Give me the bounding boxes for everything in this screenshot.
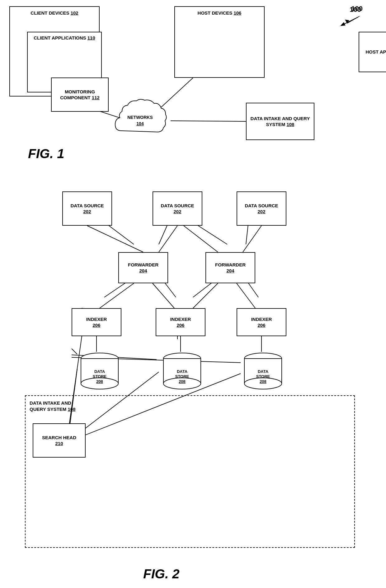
fig2-system-label: DATA INTAKE AND QUERY SYSTEM 108 [30, 400, 86, 412]
client-apps-box: CLIENT APPLICATIONS 110 MONITORING COMPO… [27, 32, 102, 92]
svg-text:DATA: DATA [258, 369, 269, 374]
svg-line-23 [159, 226, 177, 252]
fig1-label: FIG. 1 [28, 146, 64, 161]
networks-cloud: NETWORKS 104 [109, 96, 171, 143]
svg-line-25 [243, 226, 261, 252]
fig2-label: FIG. 2 [143, 567, 180, 581]
fig2-datasource-1: DATA SOURCE202 [62, 191, 112, 226]
host-devices-label: HOST DEVICES 106 [198, 10, 242, 16]
fig2-forwarder-2: FORWARDER204 [205, 252, 255, 283]
fig2-forwarder-1: FORWARDER204 [118, 252, 168, 283]
host-devices-box: HOST DEVICES 106 HOST APPLICATIONS 114 [174, 6, 265, 78]
svg-text:NETWORKS: NETWORKS [127, 115, 153, 120]
svg-text:DATA: DATA [177, 369, 188, 374]
fig2-datastore-1: DATA STORE 208 [76, 352, 123, 397]
fig2-datastore-2: DATA STORE 208 [159, 352, 205, 397]
fig2-datasource-3: DATA SOURCE202 [237, 191, 286, 226]
client-devices-label: CLIENT DEVICES 102 [31, 10, 78, 16]
host-apps-label: HOST APPLICATIONS 114 [365, 49, 386, 55]
client-devices-box: CLIENT DEVICES 102 CLIENT APPLICATIONS 1… [9, 6, 100, 96]
fig2-indexer-2: INDEXER206 [156, 308, 205, 336]
svg-line-27 [153, 283, 174, 308]
svg-line-22 [87, 226, 143, 252]
svg-text:104: 104 [136, 121, 144, 126]
svg-line-61 [347, 16, 360, 23]
fig1-data-intake-box: DATA INTAKE AND QUERY SYSTEM 108 [246, 103, 314, 140]
fig2-search-head: SEARCH HEAD210 [33, 423, 86, 458]
svg-text:STORE: STORE [93, 374, 107, 379]
fig2-indexer-3: INDEXER206 [237, 308, 286, 336]
svg-line-2 [171, 121, 246, 121]
host-apps-box: HOST APPLICATIONS 114 [359, 32, 386, 72]
svg-text:208: 208 [260, 379, 266, 384]
fig2-datastore-3: DATA STORE 208 [240, 352, 286, 397]
svg-text:DATA: DATA [94, 369, 105, 374]
svg-text:208: 208 [179, 379, 186, 384]
svg-line-24 [184, 226, 218, 252]
svg-line-26 [100, 283, 134, 308]
fig2-search-head-label: SEARCH HEAD210 [42, 435, 76, 447]
svg-line-29 [237, 283, 255, 308]
fig2-diq-boundary [25, 395, 355, 548]
svg-text:STORE: STORE [175, 374, 189, 379]
fig2-indexer-1: INDEXER206 [72, 308, 121, 336]
diagram-container: 100 CLIENT DEVICES 102 CLIENT APPLICATIO… [0, 0, 386, 588]
svg-line-28 [193, 283, 218, 308]
monitoring-component-box: MONITORING COMPONENT 112 [51, 78, 109, 112]
fig1-ref100: 100 [351, 5, 363, 13]
svg-marker-62 [345, 20, 349, 23]
svg-line-3 [342, 17, 358, 25]
monitoring-component-label: MONITORING COMPONENT 112 [55, 89, 104, 101]
svg-text:208: 208 [96, 379, 103, 384]
svg-text:STORE: STORE [256, 374, 270, 379]
fig2-datasource-2: DATA SOURCE202 [153, 191, 202, 226]
fig1-data-intake-label: DATA INTAKE AND QUERY SYSTEM 108 [250, 115, 310, 128]
client-apps-label: CLIENT APPLICATIONS 110 [34, 35, 95, 40]
